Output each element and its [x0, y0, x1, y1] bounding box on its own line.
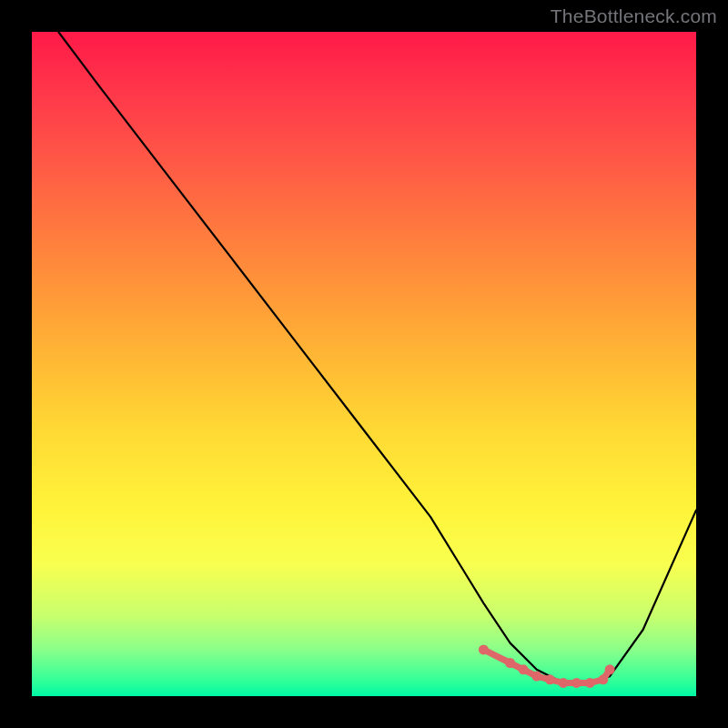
svg-point-4	[545, 674, 555, 684]
optimal-range-markers	[479, 644, 615, 688]
svg-point-8	[598, 674, 608, 684]
bottleneck-curve	[58, 32, 696, 682]
svg-point-1	[505, 658, 515, 668]
chart-svg	[32, 32, 696, 696]
svg-point-9	[605, 664, 615, 674]
svg-point-3	[531, 672, 541, 682]
svg-point-5	[559, 678, 569, 688]
svg-point-6	[571, 678, 581, 688]
svg-point-2	[519, 664, 529, 674]
plot-area	[32, 32, 696, 696]
svg-point-0	[479, 644, 489, 654]
chart-container: TheBottleneck.com	[0, 0, 728, 728]
svg-point-7	[585, 678, 595, 688]
watermark-label: TheBottleneck.com	[551, 5, 717, 27]
